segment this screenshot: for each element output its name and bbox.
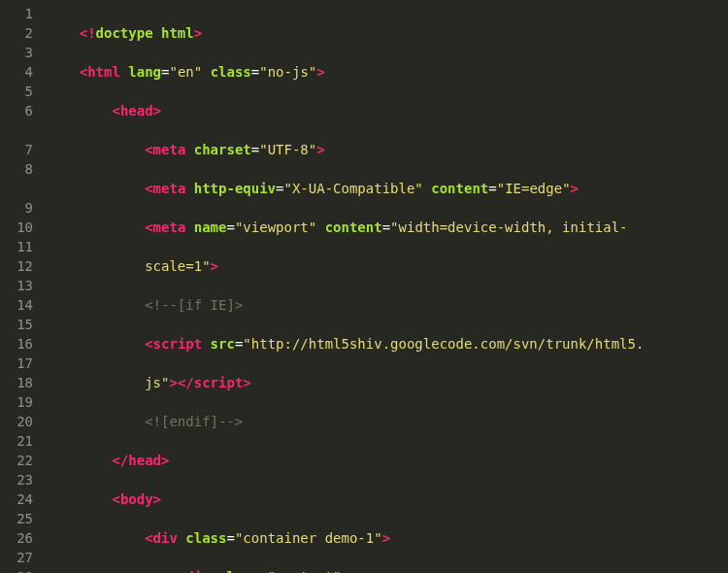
attr-class: class [211,64,251,80]
tag-meta: meta [153,181,186,196]
quote: " [243,336,250,352]
quote: " [309,219,316,235]
tag-html: html [87,64,120,80]
quote: " [259,142,267,157]
tag-close: > [161,453,169,468]
attr-charset: charset [194,142,251,157]
line-number: 27 [4,548,33,567]
line-number: 4 [4,62,33,82]
equals: = [259,569,267,573]
line-number: 14 [4,295,33,315]
line-number-gutter: 123456.78.910111213141516171819202122232… [0,0,43,573]
tag-close: > [169,375,177,390]
val-viewport-a: width=device-width, initial- [399,219,628,235]
val-shiv-b: js [145,375,161,390]
tag-close: > [243,375,250,390]
tag-open: < [112,491,119,507]
attr-lang: lang [128,64,161,80]
doctype-text: doctype html [96,25,194,41]
equals: = [251,142,259,157]
tag-open: < [145,336,152,352]
tag-meta: meta [153,219,186,235]
tag-open: < [112,103,119,118]
val-container: container demo-1 [243,530,374,546]
attr-content: content [431,181,488,196]
equals: = [251,64,259,80]
line-number: 6 [4,101,33,120]
line-number: 15 [4,315,33,334]
line-number: 8 [4,159,33,179]
tag-head: head [128,453,161,468]
tag-close: > [211,258,218,274]
quote: " [497,181,505,196]
val-en: en [178,64,194,80]
line-number: 28 [4,567,33,573]
quote: " [259,64,267,80]
tag-open: < [145,219,152,235]
tag-close: > [382,530,390,546]
quote: " [202,258,210,274]
quote: " [169,64,177,80]
line-number: 1 [4,4,33,23]
quote: " [268,569,276,573]
val-viewport-b: scale=1 [145,258,202,274]
comment-if-ie: <!--[if IE]> [145,297,243,313]
line-number: 11 [4,237,33,256]
line-number: 10 [4,218,33,237]
tag-div: div [185,569,210,573]
line-number: 13 [4,276,33,295]
quote: " [374,530,381,546]
equals: = [382,219,390,235]
attr-content: content [325,219,382,235]
quote: " [283,181,291,196]
line-number: 5 [4,82,33,101]
attr-class: class [185,530,226,546]
tag-script: script [194,375,244,390]
attr-class: class [218,569,259,573]
val-content: content [276,569,333,573]
tag-close: > [342,569,349,573]
tag-open: < [145,530,152,546]
tag-open: < [80,64,87,80]
quote: " [390,219,398,235]
line-number: 3 [4,43,33,62]
code-editor[interactable]: 123456.78.910111213141516171819202122232… [0,0,728,573]
equals: = [226,530,234,546]
tag-close: > [153,491,161,507]
attr-src: src [211,336,235,352]
tag-open: < [145,142,152,157]
val-viewport: viewport [243,219,308,235]
line-number: 17 [4,354,33,373]
doctype-open: <! [80,25,96,41]
tag-script: script [153,336,203,352]
line-number: 16 [4,334,33,354]
tag-close-open: </ [112,453,128,468]
val-shiv-a: http://html5shiv.googlecode.com/svn/trun… [251,336,645,352]
equals: = [488,181,496,196]
line-number: 23 [4,470,33,489]
tag-close: > [153,103,161,118]
line-number: 18 [4,373,33,392]
code-content[interactable]: <!doctype html> <html lang="en" class="n… [43,0,728,573]
val-nojs: no-js [268,64,309,80]
quote: " [309,64,316,80]
line-number: 25 [4,509,33,528]
val-utf8: UTF-8 [268,142,309,157]
attr-httpequiv: http-equiv [194,181,276,196]
tag-body: body [120,491,153,507]
quote: " [333,569,341,573]
line-number: 26 [4,528,33,548]
line-number: 24 [4,489,33,509]
comment-endif: <![endif]--> [145,414,243,429]
quote: " [562,181,570,196]
line-number: 21 [4,431,33,451]
tag-close: > [194,25,202,41]
val-xua: X-UA-Compatible [292,181,414,196]
tag-head: head [120,103,153,118]
tag-close-open: </ [178,375,194,390]
equals: = [226,219,234,235]
tag-open: < [145,181,152,196]
tag-close: > [571,181,579,196]
tag-div: div [153,530,178,546]
quote: " [194,64,202,80]
